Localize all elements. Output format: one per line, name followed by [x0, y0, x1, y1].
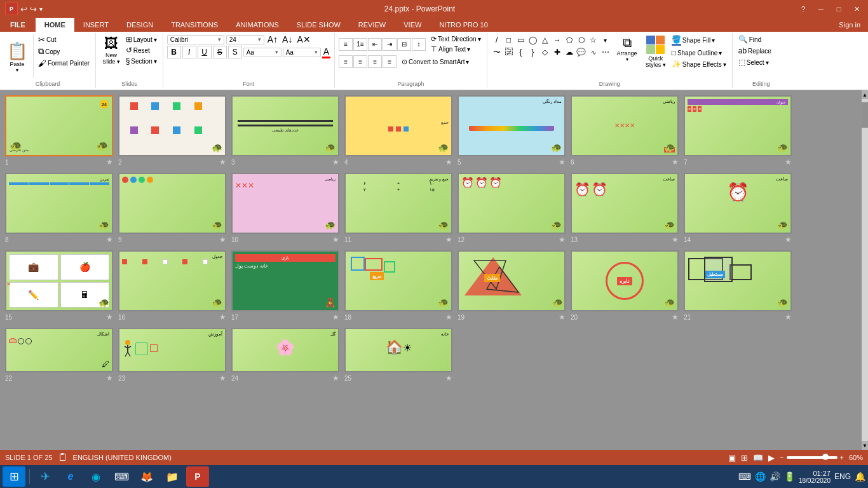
tab-nitro[interactable]: NITRO PRO 10: [430, 18, 496, 32]
reset-button[interactable]: ↺ Reset: [124, 45, 159, 55]
quick-styles-button[interactable]: Quick Styles ▾: [643, 34, 668, 69]
taskbar-telegram[interactable]: ✈: [34, 466, 57, 487]
align-left-btn[interactable]: ≡: [339, 55, 353, 68]
network-icon[interactable]: 🌐: [755, 471, 766, 482]
shape-arrow[interactable]: →: [552, 34, 563, 46]
taskbar-fileexplorer[interactable]: 📁: [161, 466, 184, 487]
slideshow-btn[interactable]: ▶: [768, 453, 775, 463]
shape-pentagon[interactable]: ⬠: [564, 34, 575, 46]
increase-font-btn[interactable]: A↑: [266, 34, 279, 44]
sign-in[interactable]: Sign in: [831, 18, 868, 32]
copy-button[interactable]: ⧉ Copy: [36, 46, 92, 57]
zoom-in-btn[interactable]: +: [840, 454, 844, 461]
slide-item-24[interactable]: گل 🌸 24 ★: [231, 328, 339, 384]
shape-misc[interactable]: ⋯: [600, 46, 611, 58]
tab-view[interactable]: VIEW: [395, 18, 430, 32]
bullets-btn[interactable]: ≡: [339, 38, 353, 51]
slide-item-21[interactable]: مستطیل 🐢 21 ★: [684, 250, 792, 323]
align-text-btn[interactable]: ⊤ Align Text▾: [429, 44, 483, 54]
align-right-btn[interactable]: ≡: [368, 55, 382, 68]
slide-sorter-btn[interactable]: ⊞: [741, 453, 748, 463]
underline-btn[interactable]: U: [198, 46, 212, 58]
start-button[interactable]: ⊞: [3, 466, 25, 487]
zoom-out-btn[interactable]: −: [780, 454, 783, 461]
shape-curve[interactable]: 〜: [491, 46, 503, 58]
find-button[interactable]: 🔍 Find: [736, 34, 763, 44]
slide-item-8[interactable]: تمرین 🐢 8 ★: [5, 173, 113, 245]
slide-item-9[interactable]: 🐢 9 ★: [118, 173, 226, 245]
cut-button[interactable]: ✂ Cut: [36, 34, 92, 45]
tab-home[interactable]: HOME: [36, 18, 74, 32]
scroll-down-btn[interactable]: ▼: [862, 441, 868, 450]
taskbar-firefox[interactable]: 🦊: [135, 466, 158, 487]
justify-btn[interactable]: ≡: [383, 55, 397, 68]
slide-item-18[interactable]: مربع 🐢 18 ★: [344, 250, 452, 323]
shape-callout[interactable]: 💬: [576, 46, 587, 58]
notes-btn[interactable]: 🗒: [58, 452, 68, 463]
shape-effects-button[interactable]: ✨ Shape Effects▾: [670, 59, 728, 69]
slide-item-15[interactable]: 💼 🍎 ✏️ 🖩 ✕ 🐢 15 ★: [5, 250, 113, 323]
taskbar-browser2[interactable]: ◉: [85, 466, 107, 487]
language-btn[interactable]: ENG: [834, 472, 851, 481]
tab-insert[interactable]: INSERT: [74, 18, 118, 32]
shape-star[interactable]: ☆: [588, 34, 599, 46]
slide-item-22[interactable]: اشکال 🖊 22 ★: [5, 328, 113, 384]
normal-view-btn[interactable]: ▣: [728, 453, 736, 463]
font-size-dropdown[interactable]: 24: [226, 35, 264, 44]
tab-file[interactable]: FILE: [0, 18, 36, 32]
slide-item-12[interactable]: ⏰ ⏰ ⏰ 🐢 12 ★: [458, 173, 566, 245]
slide-item-6[interactable]: ریاضی ✕✕✕✕ = ۱۲ 🐢 6 ★: [571, 95, 679, 168]
shape-line[interactable]: /: [491, 34, 503, 46]
slide-item-5[interactable]: مداد رنگی 🐢 5 ★: [458, 95, 566, 168]
slide-item-17[interactable]: بازی پولدوستخانه 🧸 17 ★: [231, 250, 339, 323]
scroll-up-btn[interactable]: ▲: [862, 90, 868, 99]
decrease-font-btn[interactable]: A↓: [281, 34, 294, 44]
font-color-btn[interactable]: A: [322, 46, 330, 58]
section-button[interactable]: § Section▾: [124, 56, 159, 66]
redo-btn[interactable]: ↪: [30, 4, 37, 14]
format-painter-button[interactable]: 🖌 Format Painter: [36, 58, 92, 69]
reading-view-btn[interactable]: 📖: [753, 453, 763, 463]
help-btn[interactable]: ?: [797, 5, 810, 13]
slide-item-13[interactable]: ساعت ⏰ ⏰ 🐢 13 ★: [571, 173, 679, 245]
shape-brace-right[interactable]: }: [527, 46, 539, 58]
slide-item-4[interactable]: جمع 🐢 4 ★: [344, 95, 452, 168]
slide-item-11[interactable]: جمع و تفریق ۶+۱۰ ۲+۱۵ 🐢 11 ★: [344, 173, 452, 245]
slide-panel[interactable]: متن فارسی 24 🐢 🐢 1 ★: [0, 90, 862, 450]
slide-item-7[interactable]: عنوان × × × 🐢 7 ★: [684, 95, 792, 168]
text-direction-btn[interactable]: ⟳ Text Direction▾: [429, 34, 483, 44]
shape-triangle[interactable]: △: [539, 34, 551, 46]
shape-more[interactable]: ▾: [600, 34, 611, 46]
slide-item-1[interactable]: متن فارسی 24 🐢 🐢 1 ★: [5, 95, 113, 168]
taskbar-ie[interactable]: e: [59, 466, 82, 487]
shape-rounded-rect[interactable]: ▭: [515, 34, 527, 46]
align-center-btn[interactable]: ≡: [353, 55, 367, 68]
slide-item-2[interactable]: 🐢 2 ★: [118, 95, 226, 168]
slide-item-3[interactable]: عدد‌های طبیعی 🐢 3 ★: [231, 95, 339, 168]
arrange-button[interactable]: ⧉ Arrange ▾: [613, 34, 642, 64]
slide-item-25[interactable]: خانه 🏠 ☀ 25 ★: [344, 328, 452, 384]
font-name-dropdown[interactable]: Calibri: [167, 35, 224, 44]
bold-btn[interactable]: B: [167, 46, 181, 58]
shape-cloud[interactable]: ☁: [564, 46, 575, 58]
convert-smartart-btn[interactable]: ⊙ Convert to SmartArt▾: [400, 57, 471, 67]
shape-oval[interactable]: ◯: [527, 34, 539, 46]
tab-animations[interactable]: ANIMATIONS: [227, 18, 288, 32]
volume-icon[interactable]: 🔊: [770, 471, 780, 482]
tab-review[interactable]: REVIEW: [349, 18, 395, 32]
undo-btn[interactable]: ↩: [20, 4, 27, 14]
slide-item-20[interactable]: دایره 🐢 20 ★: [571, 250, 679, 323]
zoom-slider[interactable]: [787, 456, 837, 459]
minimize-btn[interactable]: ─: [815, 5, 827, 13]
shape-diamond[interactable]: ◇: [539, 46, 551, 58]
layout-button[interactable]: ⊞ Layout▾: [124, 34, 159, 44]
slide-item-10[interactable]: ریاضی ✕✕✕ 🐢 10 ★: [231, 173, 339, 245]
decrease-indent-btn[interactable]: ⇤: [368, 38, 382, 51]
numbering-btn[interactable]: 1≡: [353, 38, 367, 51]
tab-slideshow[interactable]: SLIDE SHOW: [288, 18, 349, 32]
slide-item-19[interactable]: مثلث 🐢 19 ★: [458, 250, 566, 323]
slide-item-14[interactable]: ساعت ⏰ 🐢 14 ★: [684, 173, 792, 245]
scroll-thumb[interactable]: [862, 102, 868, 128]
shape-rect[interactable]: □: [503, 34, 515, 46]
close-btn[interactable]: ✕: [850, 5, 863, 13]
